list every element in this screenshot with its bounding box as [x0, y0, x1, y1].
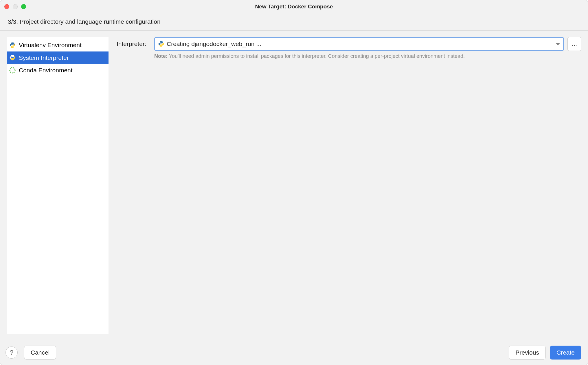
note-label: Note: [154, 53, 168, 59]
main-panel: Interpreter: Creating djangodocker_web_r… [117, 37, 581, 334]
sidebar-item-label: Virtualenv Environment [19, 40, 82, 50]
create-button[interactable]: Create [550, 346, 581, 360]
content-area: V Virtualenv Environment System Interpre… [0, 31, 588, 341]
sidebar-item-virtualenv[interactable]: V Virtualenv Environment [7, 39, 109, 51]
sidebar-item-conda[interactable]: Conda Environment [7, 64, 109, 77]
python-v-icon: V [9, 42, 16, 49]
interpreter-type-sidebar: V Virtualenv Environment System Interpre… [7, 37, 109, 334]
conda-icon [9, 67, 16, 74]
sidebar-item-label: System Interpreter [19, 53, 69, 62]
titlebar: New Target: Docker Compose [0, 0, 588, 13]
sidebar-item-label: Conda Environment [19, 66, 73, 75]
window-controls [4, 4, 26, 9]
dialog-footer: ? Cancel Previous Create [0, 341, 588, 365]
previous-button[interactable]: Previous [509, 346, 546, 360]
dialog-window: New Target: Docker Compose 3/3. Project … [0, 0, 588, 365]
chevron-down-icon [556, 43, 560, 45]
minimize-window-button[interactable] [13, 4, 18, 9]
interpreter-value: Creating djangodocker_web_run ... [167, 40, 261, 47]
note-text: You'll need admin permissions to install… [169, 53, 465, 59]
interpreter-label: Interpreter: [117, 40, 151, 47]
cancel-button[interactable]: Cancel [24, 346, 56, 360]
close-window-button[interactable] [4, 4, 9, 9]
sidebar-item-system-interpreter[interactable]: System Interpreter [7, 51, 109, 64]
window-title: New Target: Docker Compose [255, 3, 333, 10]
python-icon [158, 41, 164, 47]
browse-button[interactable]: ... [567, 37, 581, 51]
interpreter-row: Interpreter: Creating djangodocker_web_r… [117, 37, 581, 51]
step-description: 3/3. Project directory and language runt… [0, 13, 588, 31]
interpreter-dropdown[interactable]: Creating djangodocker_web_run ... [154, 37, 564, 51]
python-icon [9, 54, 16, 61]
zoom-window-button[interactable] [21, 4, 26, 9]
svg-text:V: V [14, 43, 15, 45]
svg-point-1 [10, 68, 15, 73]
interpreter-note: Note: You'll need admin permissions to i… [117, 53, 581, 59]
help-button[interactable]: ? [5, 346, 18, 359]
